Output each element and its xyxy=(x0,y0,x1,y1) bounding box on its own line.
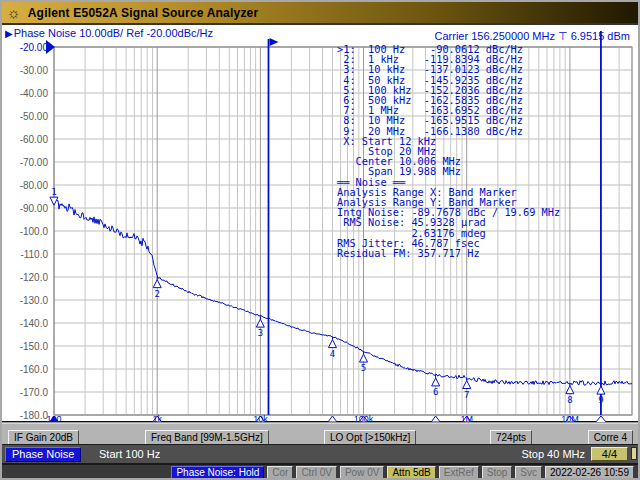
instrument-status-bar: Phase Noise: HoldCorCtrl 0VPow 0VAttn 5d… xyxy=(2,463,638,480)
svg-text:-20.00: -20.00 xyxy=(20,42,49,53)
svg-text:-150.0: -150.0 xyxy=(20,341,49,352)
sweep-status-bar: Phase Noise Start 100 Hz Stop 40 MHz 4/4 xyxy=(2,444,638,463)
svg-text:-50.00: -50.00 xyxy=(20,111,49,122)
status-cor-button[interactable]: Cor xyxy=(267,466,293,480)
mode-badge[interactable]: Phase Noise xyxy=(5,447,81,462)
svg-text:-30.00: -30.00 xyxy=(20,65,49,76)
scroll-sliver[interactable] xyxy=(631,447,637,460)
freq-band-chip[interactable]: Freq Band [99M-1.5GHz] xyxy=(145,430,269,445)
svg-text:5: 5 xyxy=(361,363,366,373)
correction-chip[interactable]: Corre 4 xyxy=(588,430,633,445)
svg-text:-60.00: -60.00 xyxy=(20,134,49,145)
points-chip[interactable]: 724pts xyxy=(490,430,532,445)
instrument-screen: ☼ Agilent E5052A Signal Source Analyzer … xyxy=(0,0,640,480)
if-gain-chip[interactable]: IF Gain 20dB xyxy=(8,430,79,445)
svg-text:2: 2 xyxy=(154,289,159,299)
svg-text:1M: 1M xyxy=(460,414,473,423)
svg-text:9: 9 xyxy=(598,395,603,405)
marker-readout-table: >1: 100 Hz -90.0612 dBc/Hz 2: 1 kHz -119… xyxy=(337,44,560,258)
app-sun-icon: ☼ xyxy=(7,5,21,20)
svg-text:10M: 10M xyxy=(561,414,579,423)
status-ctrl-voltage-button[interactable]: Ctrl 0V xyxy=(296,466,337,480)
page-indicator[interactable]: 4/4 xyxy=(591,447,628,461)
lo-opt-chip[interactable]: LO Opt [>150kHz] xyxy=(324,430,416,445)
svg-text:-70.00: -70.00 xyxy=(20,157,49,168)
svg-text:1k: 1k xyxy=(152,414,162,423)
svg-text:3: 3 xyxy=(258,328,263,338)
start-freq-label: Start 100 Hz xyxy=(99,448,160,460)
status-power-voltage-button[interactable]: Pow 0V xyxy=(340,466,384,480)
status-measurement-state-button[interactable]: Phase Noise: Hold xyxy=(171,466,264,480)
svg-text:-110.0: -110.0 xyxy=(20,249,48,260)
svg-text:4: 4 xyxy=(330,349,335,359)
axis-marker-triangle xyxy=(595,416,607,422)
status-datetime: 2022-02-26 10:59 xyxy=(545,466,634,480)
svg-text:1: 1 xyxy=(51,187,56,197)
active-trace-icon: ▶ xyxy=(5,28,13,39)
svg-text:100k: 100k xyxy=(354,414,374,423)
status-svc-button[interactable]: Svc xyxy=(515,466,542,480)
svg-text:-90.00: -90.00 xyxy=(20,203,49,214)
svg-text:-140.0: -140.0 xyxy=(20,318,49,329)
stop-freq-label: Stop 40 MHz xyxy=(521,448,585,460)
window-title: Agilent E5052A Signal Source Analyzer xyxy=(28,6,259,20)
status-stop-button[interactable]: Stop xyxy=(482,466,513,480)
status-extref-button[interactable]: ExtRef xyxy=(439,466,479,480)
svg-text:-160.0: -160.0 xyxy=(20,364,49,375)
band-marker-flag-icon xyxy=(270,38,279,46)
title-bar: ☼ Agilent E5052A Signal Source Analyzer xyxy=(2,2,638,23)
svg-text:-180.0: -180.0 xyxy=(20,410,49,421)
axis-marker-triangle xyxy=(431,416,440,422)
svg-text:-80.00: -80.00 xyxy=(20,180,49,191)
svg-text:8: 8 xyxy=(567,395,572,405)
axis-marker-triangle xyxy=(328,416,337,422)
measurement-settings-bar: IF Gain 20dBFreq Band [99M-1.5GHz]LO Opt… xyxy=(2,423,638,444)
svg-text:-40.00: -40.00 xyxy=(20,88,49,99)
status-attenuator-button[interactable]: Attn 5dB xyxy=(387,466,435,480)
trace-settings-label[interactable]: ▶Phase Noise 10.00dB/ Ref -20.00dBc/Hz xyxy=(5,27,213,39)
trace-scale-label: Phase Noise 10.00dB/ Ref -20.00dBc/Hz xyxy=(14,27,213,39)
svg-text:100: 100 xyxy=(46,414,61,423)
svg-text:-120.0: -120.0 xyxy=(20,272,49,283)
svg-text:-170.0: -170.0 xyxy=(20,387,49,398)
svg-text:10k: 10k xyxy=(253,414,268,423)
phase-noise-window: Carrier 156.250000 MHz ⊤ 6.9515 dBm 1234… xyxy=(2,25,638,422)
svg-text:7: 7 xyxy=(464,390,469,400)
svg-text:6: 6 xyxy=(433,387,438,397)
svg-text:-100.0: -100.0 xyxy=(20,226,49,237)
y-axis-labels: -20.00-30.00-40.00-50.00-60.00-70.00-80.… xyxy=(20,42,49,421)
svg-text:-130.0: -130.0 xyxy=(20,295,49,306)
